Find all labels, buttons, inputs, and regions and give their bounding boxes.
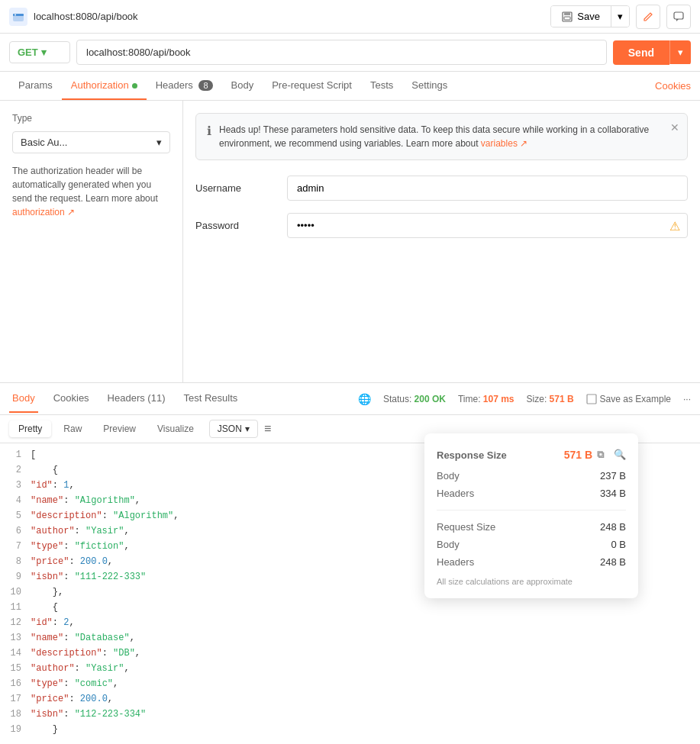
- username-input[interactable]: [287, 176, 688, 201]
- code-line: 14"description": "DB",: [0, 648, 700, 663]
- svg-point-2: [15, 14, 16, 15]
- title-bar-actions: Save ▾: [550, 5, 691, 29]
- response-tab-body[interactable]: Body: [9, 385, 38, 413]
- line-content: }: [31, 724, 700, 738]
- cookies-link[interactable]: Cookies: [655, 80, 691, 92]
- format-select[interactable]: JSON ▾: [209, 420, 258, 438]
- status-value: 200 OK: [415, 394, 446, 404]
- popup-headers-row: Headers 334 B: [437, 485, 626, 502]
- line-number: 10: [0, 587, 31, 602]
- popup-headers-value: 334 B: [600, 488, 626, 499]
- line-content: "isbn": "112-223-334": [31, 709, 700, 724]
- method-label: GET: [18, 47, 38, 58]
- save-as-example-button[interactable]: Save as Example: [586, 394, 671, 404]
- line-number: 11: [0, 602, 31, 617]
- send-button-group[interactable]: Send ▾: [613, 40, 691, 65]
- send-button[interactable]: Send: [613, 40, 669, 65]
- svg-rect-5: [564, 17, 570, 20]
- edit-button[interactable]: [636, 5, 660, 29]
- tab-pre-request[interactable]: Pre-request Script: [263, 72, 361, 100]
- save-button[interactable]: Save: [551, 6, 611, 27]
- send-dropdown-button[interactable]: ▾: [669, 40, 691, 64]
- save-button-group[interactable]: Save ▾: [550, 5, 630, 27]
- popup-body-value: 237 B: [600, 470, 626, 482]
- method-select[interactable]: GET ▾: [9, 41, 70, 63]
- auth-link[interactable]: authorization ↗: [12, 207, 75, 217]
- line-number: 7: [0, 541, 31, 556]
- tab-authorization[interactable]: Authorization: [62, 72, 147, 100]
- line-content: "description": "DB",: [31, 648, 700, 663]
- code-line: 15"author": "Yasir",: [0, 663, 700, 678]
- raw-button[interactable]: Raw: [54, 420, 91, 437]
- line-number: 3: [0, 480, 31, 495]
- tab-params[interactable]: Params: [9, 72, 62, 100]
- response-tab-headers[interactable]: Headers (11): [105, 385, 169, 413]
- line-number: 1: [0, 449, 31, 465]
- save-dropdown-button[interactable]: ▾: [611, 6, 629, 27]
- line-number: 18: [0, 709, 31, 724]
- auth-description: The authorization header will be automat…: [12, 164, 170, 219]
- globe-icon: 🌐: [358, 393, 371, 405]
- auth-right-panel: ℹ Heads up! These parameters hold sensit…: [183, 101, 700, 382]
- headers-badge: 8: [198, 80, 212, 91]
- copy-icon[interactable]: ⧉: [597, 449, 609, 461]
- password-input-wrap: ⚠: [287, 213, 688, 238]
- url-input[interactable]: [76, 40, 607, 65]
- code-line: 17"price": 200.0,: [0, 694, 700, 709]
- type-label: Type: [12, 113, 170, 124]
- popup-req-body-value: 0 B: [611, 539, 626, 550]
- app-icon: [9, 8, 27, 26]
- popup-body-label: Body: [437, 470, 460, 482]
- search-icon[interactable]: 🔍: [614, 449, 626, 461]
- alert-text: Heads up! These parameters hold sensitiv…: [219, 123, 676, 150]
- visualize-button[interactable]: Visualize: [148, 420, 203, 437]
- response-status: 🌐 Status: 200 OK Time: 107 ms Size: 571 …: [358, 393, 691, 405]
- tab-settings[interactable]: Settings: [402, 72, 456, 100]
- line-content: {: [31, 602, 700, 617]
- variables-link[interactable]: variables ↗: [481, 138, 527, 149]
- line-number: 6: [0, 526, 31, 541]
- line-number: 17: [0, 694, 31, 709]
- method-chevron: ▾: [41, 47, 47, 58]
- time-label: Time: 107 ms: [458, 394, 515, 404]
- popup-request-size-row: Request Size 248 B: [437, 518, 626, 536]
- request-tabs: Params Authorization Headers 8 Body Pre-…: [0, 72, 700, 101]
- size-label: Size: 571 B: [527, 394, 574, 404]
- authorization-dot: [132, 83, 137, 89]
- alert-close-button[interactable]: ✕: [670, 121, 679, 134]
- line-number: 16: [0, 678, 31, 694]
- line-number: 12: [0, 617, 31, 633]
- pretty-button[interactable]: Pretty: [9, 420, 51, 437]
- tab-body[interactable]: Body: [222, 72, 263, 100]
- main-content: Type Basic Au... ▾ The authorization hea…: [0, 101, 700, 383]
- comment-button[interactable]: [666, 5, 691, 29]
- auth-type-chevron: ▾: [156, 137, 162, 148]
- line-number: 2: [0, 465, 31, 480]
- response-tab-test-results[interactable]: Test Results: [180, 385, 240, 413]
- size-popup: Response Size 571 B ⧉ 🔍 Body 237 B Heade…: [424, 433, 638, 598]
- popup-req-headers-value: 248 B: [600, 556, 626, 568]
- title-bar: localhost:8080/api/book Save ▾: [0, 0, 700, 34]
- popup-response-size-row: Response Size 571 B ⧉ 🔍: [437, 446, 626, 464]
- preview-button[interactable]: Preview: [94, 420, 145, 437]
- warning-icon: ⚠: [669, 218, 680, 233]
- popup-req-body-row: Body 0 B: [437, 536, 626, 553]
- auth-type-select[interactable]: Basic Au... ▾: [12, 131, 170, 153]
- response-tab-cookies[interactable]: Cookies: [50, 385, 92, 413]
- line-number: 5: [0, 510, 31, 526]
- info-icon: ℹ: [207, 124, 211, 138]
- filter-button[interactable]: ≡: [264, 422, 271, 436]
- line-number: 4: [0, 495, 31, 510]
- more-options-button[interactable]: ···: [683, 394, 691, 404]
- line-number: 13: [0, 633, 31, 648]
- popup-note: All size calculations are approximate: [437, 577, 626, 586]
- tab-headers[interactable]: Headers 8: [147, 72, 222, 100]
- password-input[interactable]: [287, 213, 688, 238]
- popup-response-size-label: Response Size: [437, 449, 507, 461]
- tab-tests[interactable]: Tests: [361, 72, 402, 100]
- popup-request-size-value: 248 B: [600, 521, 626, 533]
- response-header: Body Cookies Headers (11) Test Results 🌐…: [0, 383, 700, 415]
- url-bar: GET ▾ Send ▾: [0, 34, 700, 72]
- auth-type-value: Basic Au...: [21, 137, 67, 148]
- status-label: Status: 200 OK: [383, 394, 446, 404]
